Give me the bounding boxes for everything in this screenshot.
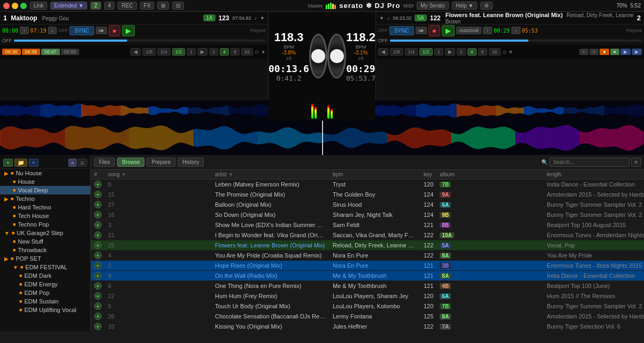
table-row[interactable]: + 9 On the Wall (Radio Mix) Me & My Toot… [91,271,644,281]
sidebar-item-nu-house[interactable]: ▶ ■ Nu House [0,169,90,177]
deck-right-prev-button[interactable]: ⏮ [416,27,427,34]
deck-left-cue-button[interactable]: ● [109,25,120,36]
table-row[interactable]: + 4 You Are My Pride (Croatia Squad Remi… [91,251,644,261]
sidebar-item-edm-festival[interactable]: ▼ ■ EDM FESTIVAL [0,263,90,271]
add-icon-3[interactable]: + [94,211,102,219]
deck-right-1-4[interactable]: 1/4 [405,48,418,56]
table-row[interactable]: + 6 One Thing (Nora en Pure Remix) Me & … [91,281,644,291]
deck-right-loop-in[interactable]: ↑ [483,27,492,34]
deck-right-grid-4[interactable]: 4 [467,48,477,56]
rec-button[interactable]: REC [118,2,136,10]
col-length[interactable]: length [543,170,644,180]
deck-left-loop-out[interactable]: ↓ [48,27,57,34]
add-icon-10[interactable]: + [94,282,102,290]
sidebar-item-techno[interactable]: ▶ ■ Techno [0,194,90,203]
cell-add[interactable]: + [91,240,105,251]
sidebar-item-new-stuff[interactable]: ■ New Stuff [0,237,90,246]
deck-left-grid-2[interactable]: 2 [209,48,218,56]
deck-left-cue-1[interactable]: 06:30 [2,49,21,55]
sidebar-item-techno-pop[interactable]: ■ Techno Pop [0,220,90,229]
add-icon-11[interactable]: + [94,292,102,300]
deck-right-cue-btn-5[interactable]: ▶ [620,49,631,55]
sidebar-item-tech-house[interactable]: ■ Tech House [0,212,90,220]
deck-right-1[interactable]: 1 [434,48,443,56]
vinyl-left[interactable] [309,34,328,79]
grid-icon-button[interactable]: ⊞ [157,2,169,10]
close-button[interactable] [3,3,10,9]
deck-left-grid-4[interactable]: 4 [220,48,229,56]
col-key[interactable]: key [420,170,436,180]
add-icon-12[interactable]: + [94,302,102,310]
table-row[interactable]: + 25 Flowers feat. Leanne Brown (Origina… [91,240,644,251]
settings-button[interactable]: ⚙ [480,2,493,10]
col-bpm[interactable]: bpm [329,170,420,180]
search-close-button[interactable]: ✕ [631,158,641,167]
add-icon-4[interactable]: + [94,221,102,229]
deck-right-grid-8[interactable]: 8 [478,48,487,56]
deck-right-cue-btn-3[interactable]: ● [600,49,609,55]
sidebar-item-edm-pop[interactable]: ■ EDM Pop [0,289,90,297]
add-icon-5[interactable]: + [94,231,102,239]
add-icon-0[interactable]: + [94,181,102,188]
deck-right-play-button[interactable]: ▶ [442,25,455,36]
col-song[interactable]: song ▼ [105,170,212,180]
add-icon-7[interactable]: + [94,252,102,259]
link-button[interactable]: Link [30,2,47,10]
col-album[interactable]: album [436,170,543,180]
cell-add[interactable]: + [91,311,105,322]
deck-left-cue-3[interactable]: 06:47 [41,49,60,55]
add-icon-2[interactable]: + [94,201,102,208]
deck-right-grid-16[interactable]: 16 [489,48,501,56]
deck-right-sync-button[interactable]: SYNC [389,26,414,35]
deck-right-cue-button[interactable]: ● [428,25,440,36]
deck-right-cue-btn-6[interactable]: ▶ [632,49,642,55]
sidebar-item-house[interactable]: ■ House [0,177,90,186]
add-icon-9[interactable]: + [94,272,102,279]
deck-left-1[interactable]: 1 [187,48,196,56]
deck-right-cue-btn-1[interactable]: × [579,49,588,55]
deck-left-1-4[interactable]: 1/4 [157,48,171,56]
minimize-button[interactable] [12,3,18,9]
deck-left-loop-in[interactable]: ↑ [20,27,29,34]
extended-button[interactable]: Extended ▼ [50,2,87,10]
deck-left-1-8[interactable]: 1/8 [142,48,156,56]
table-row[interactable]: + 21 I Begin to Wonder feat. Vika Grand … [91,230,644,240]
4-button[interactable]: 4 [104,2,115,10]
table-row[interactable]: + 10 Kissing You (Original Mix) Jules He… [91,322,644,332]
sidebar-list-view[interactable]: ≡ [68,159,76,167]
sidebar-item-throwback[interactable]: ■ Throwback [0,246,90,254]
cell-add[interactable]: + [91,230,105,240]
prepare-button[interactable]: Prepare [147,158,175,167]
table-row[interactable]: + 2 Hope Rises (Original Mix) Nora En Pu… [91,261,644,271]
deck-left-1-2[interactable]: 1/2 [172,48,186,56]
files-button[interactable]: Files [94,158,115,167]
cell-add[interactable]: + [91,200,105,210]
table-row[interactable]: + 15 The Promise (Original Mix) The Gold… [91,190,644,200]
maximize-button[interactable] [20,3,27,9]
cell-add[interactable]: + [91,291,105,301]
deck-right-grid-2[interactable]: 2 [457,48,466,56]
sidebar-item-edm-sustain[interactable]: ■ EDM Sustain [0,297,90,306]
deck-right-cue-btn-2[interactable]: × [589,49,599,55]
deck-left-cue-2[interactable]: 06:38 [22,49,41,55]
deck-left-pitch-slider[interactable] [14,40,266,42]
deck-right-1-8[interactable]: 1/8 [390,48,403,56]
table-row[interactable]: + 5 Touch Ur Body (Original Mix) LouLou … [91,301,644,311]
add-crate-button[interactable]: + [3,159,13,167]
sidebar-item-edm-uplifting[interactable]: ■ EDM Uplifting Vocal [0,306,90,314]
help-button[interactable]: Help ▼ [452,2,477,10]
sidebar-item-edm-energy[interactable]: ■ EDM Energy [0,280,90,289]
add-icon-8[interactable]: + [94,262,102,269]
browse-button[interactable]: Browse [117,158,144,167]
pad-button[interactable]: ⊟ [172,2,184,10]
sidebar-item-edm-dark[interactable]: ■ EDM Dark [0,271,90,280]
cell-add[interactable]: + [91,190,105,200]
add-icon-1[interactable]: + [94,191,102,198]
my-serato-button[interactable]: My Serato [417,2,449,10]
sidebar-item-uk-garage[interactable]: ▼ ■ UK Garage2 Step [0,229,90,237]
cell-add[interactable]: + [91,301,105,311]
cell-add[interactable]: + [91,210,105,220]
deck-left-cue-4[interactable]: 06:58 [61,49,80,55]
cell-add[interactable]: + [91,180,105,190]
table-row[interactable]: + 26 Chocolate Sensation (Baccanali DJs … [91,311,644,322]
